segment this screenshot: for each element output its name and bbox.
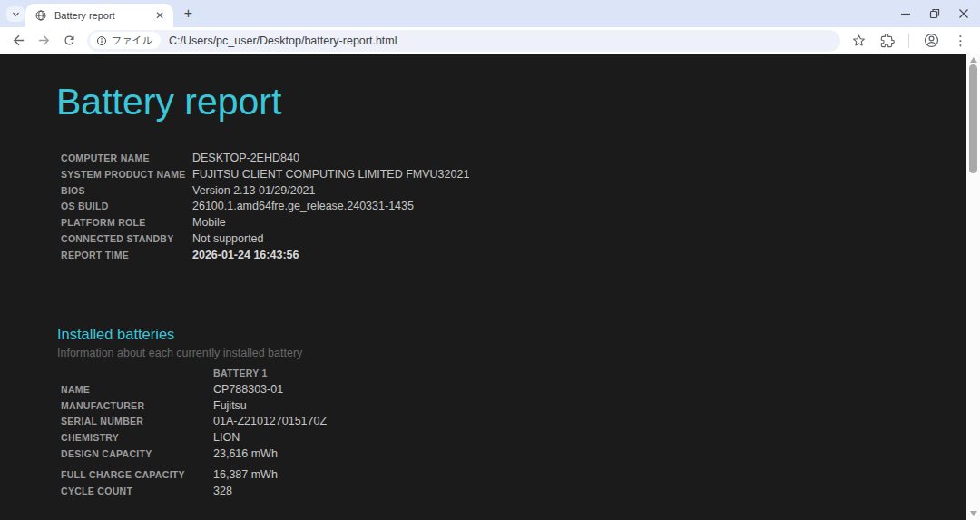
page-title: Battery report — [56, 81, 281, 123]
table-row: PLATFORM ROLE Mobile — [61, 215, 469, 231]
installed-batteries-section: Installed batteries Information about ea… — [57, 326, 302, 359]
row-value: 01A-Z210127015170Z — [213, 414, 327, 430]
chevron-down-icon — [11, 9, 21, 19]
row-value: LION — [213, 430, 240, 446]
row-label: CONNECTED STANDBY — [61, 231, 192, 248]
reload-button[interactable] — [58, 30, 80, 52]
row-label: DESIGN CAPACITY — [61, 446, 213, 463]
tab-close-button[interactable]: ✕ — [152, 8, 167, 23]
row-label: MANUFACTURER — [61, 398, 213, 415]
table-row: CHEMISTRY LION — [61, 430, 327, 446]
back-arrow-icon — [11, 33, 26, 48]
toolbar-separator — [908, 34, 909, 48]
scroll-up-icon — [970, 57, 977, 63]
toolbar-actions: ⋮ — [851, 32, 967, 49]
back-button[interactable] — [7, 30, 29, 52]
table-row: FULL CHARGE CAPACITY 16,387 mWh — [61, 467, 327, 484]
forward-button[interactable] — [33, 30, 54, 52]
row-value: Not supported — [192, 231, 264, 248]
table-row: DESIGN CAPACITY 23,616 mWh — [61, 446, 327, 463]
globe-icon — [34, 9, 47, 22]
info-icon — [96, 35, 107, 46]
system-info-table: COMPUTER NAME DESKTOP-2EHD840 SYSTEM PRO… — [61, 151, 469, 263]
new-tab-button[interactable]: + — [181, 6, 196, 22]
url-bar[interactable]: ファイル C:/Users/pc_user/Desktop/battery-re… — [87, 30, 840, 52]
tab-title: Battery report — [54, 10, 152, 21]
table-row-report-time: REPORT TIME 2026-01-24 16:43:56 — [61, 248, 469, 264]
row-label: PLATFORM ROLE — [61, 215, 192, 231]
table-row: SYSTEM PRODUCT NAME FUJITSU CLIENT COMPU… — [61, 167, 469, 183]
row-label: OS BUILD — [61, 199, 192, 215]
row-value: 2026-01-24 16:43:56 — [192, 248, 299, 264]
table-row: NAME CP788303-01 — [61, 382, 327, 398]
forward-arrow-icon — [36, 33, 52, 48]
scrollbar-thumb[interactable] — [969, 64, 977, 173]
row-value: 23,616 mWh — [213, 446, 278, 463]
star-icon — [851, 33, 867, 48]
table-row: SERIAL NUMBER 01A-Z210127015170Z — [61, 414, 327, 430]
menu-button[interactable]: ⋮ — [954, 34, 967, 47]
row-label: NAME — [61, 382, 213, 398]
row-value: Mobile — [192, 215, 226, 231]
row-value: CP788303-01 — [213, 382, 283, 398]
close-icon — [958, 8, 969, 19]
table-header-row: BATTERY 1 — [61, 366, 327, 382]
url-text: C:/Users/pc_user/Desktop/battery-report.… — [169, 34, 397, 47]
row-label: SYSTEM PRODUCT NAME — [61, 167, 192, 183]
window-controls — [891, 0, 978, 27]
puzzle-icon — [880, 34, 895, 48]
browser-toolbar: ファイル C:/Users/pc_user/Desktop/battery-re… — [0, 27, 980, 54]
row-value: FUJITSU CLIENT COMPUTING LIMITED FMVU320… — [192, 167, 469, 183]
table-row: CONNECTED STANDBY Not supported — [61, 231, 469, 248]
table-row: OS BUILD 26100.1.amd64fre.ge_release.240… — [61, 199, 469, 215]
minimize-icon — [900, 8, 911, 19]
row-value: DESKTOP-2EHD840 — [192, 151, 299, 167]
bookmark-star-button[interactable] — [851, 33, 867, 48]
scroll-down-icon — [970, 511, 977, 516]
row-value: 328 — [213, 484, 232, 500]
table-row: COMPUTER NAME DESKTOP-2EHD840 — [61, 151, 469, 167]
battery-report-page: Battery report COMPUTER NAME DESKTOP-2EH… — [0, 54, 966, 520]
profile-button[interactable] — [923, 32, 940, 49]
row-label: REPORT TIME — [61, 248, 192, 264]
battery-column-header: BATTERY 1 — [213, 366, 268, 382]
section-heading: Installed batteries — [57, 326, 302, 343]
scroll-down-button[interactable] — [966, 507, 980, 520]
row-label: FULL CHARGE CAPACITY — [61, 467, 213, 484]
tab-search-button[interactable] — [6, 6, 24, 22]
section-subtitle: Information about each currently install… — [57, 347, 302, 359]
row-label: CHEMISTRY — [61, 430, 213, 446]
file-scheme-label: ファイル — [112, 34, 152, 47]
extensions-button[interactable] — [880, 34, 895, 48]
tab-strip: Battery report ✕ + — [0, 0, 980, 27]
close-window-button[interactable] — [949, 0, 978, 27]
row-label: CYCLE COUNT — [61, 484, 213, 500]
table-row: BIOS Version 2.13 01/29/2021 — [61, 183, 469, 200]
minimize-button[interactable] — [891, 0, 920, 27]
row-value: Fujitsu — [213, 398, 247, 415]
vertical-scrollbar[interactable] — [966, 54, 980, 520]
row-label: BIOS — [61, 183, 192, 200]
table-row: MANUFACTURER Fujitsu — [61, 398, 327, 415]
row-value: 26100.1.amd64fre.ge_release.240331-1435 — [192, 199, 414, 215]
table-row: CYCLE COUNT 328 — [61, 484, 327, 500]
reload-icon — [63, 34, 76, 47]
maximize-button[interactable] — [920, 0, 949, 27]
row-value: 16,387 mWh — [213, 467, 278, 484]
battery-table: BATTERY 1 NAME CP788303-01 MANUFACTURER … — [61, 366, 327, 500]
row-value: Version 2.13 01/29/2021 — [192, 183, 316, 200]
browser-tab[interactable]: Battery report ✕ — [25, 4, 173, 27]
restore-icon — [929, 8, 940, 19]
row-label: COMPUTER NAME — [61, 151, 192, 167]
row-label: SERIAL NUMBER — [61, 414, 213, 430]
site-info-chip[interactable]: ファイル — [90, 32, 161, 49]
avatar-icon — [923, 32, 940, 49]
